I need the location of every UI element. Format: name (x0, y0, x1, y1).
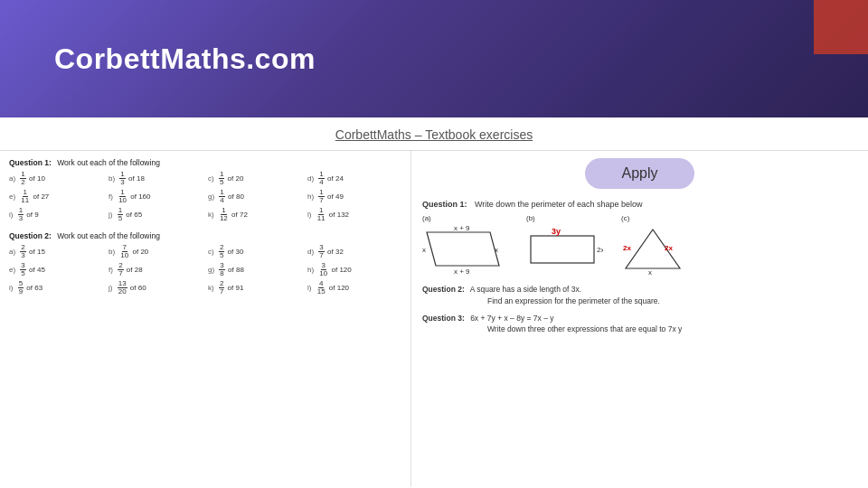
q1-e: e) 111 of 27 (9, 189, 103, 204)
q2-e: e) 35 of 45 (9, 262, 103, 277)
rq2-block: Question 2: A square has a side length o… (422, 284, 857, 307)
page-container: CorbettMaths.com CorbettMaths – Textbook… (0, 0, 868, 488)
q1-row1: a) 12 of 10 b) 13 of 18 c) 15 of 20 (9, 171, 401, 186)
header-decoration (814, 0, 868, 54)
q1-a: a) 12 of 10 (9, 171, 103, 186)
rectangle-svg: 3y 2x (526, 225, 603, 275)
rq1-header: Question 1: Write down the perimeter of … (422, 200, 857, 209)
triangle-svg: 2x 2x x (621, 225, 684, 275)
q2-c: c) 25 of 30 (208, 244, 302, 259)
q1-k: k) 112 of 72 (208, 207, 302, 222)
q1-header: Question 1: Work out each of the followi… (9, 158, 401, 167)
q2-k: k) 27 of 91 (208, 280, 302, 296)
q2-l: l) 415 of 120 (307, 280, 401, 296)
q2-f: f) 27 of 28 (108, 262, 203, 277)
svg-text:3y: 3y (552, 227, 561, 236)
question1-block: Question 1: Work out each of the followi… (9, 158, 401, 222)
q1-row3: i) 13 of 9 j) 15 of 65 k) 112 of 72 (9, 207, 401, 222)
subtitle-bar: CorbettMaths – Textbook exercises (0, 117, 868, 151)
right-panel: Apply Question 1: Write down the perimet… (411, 151, 868, 487)
shape-c-label: (c) (621, 214, 629, 222)
header: CorbettMaths.com (0, 0, 868, 117)
svg-text:x + 9: x + 9 (454, 225, 470, 232)
apply-button[interactable]: Apply (585, 158, 693, 189)
q2-h: h) 310 of 120 (307, 262, 401, 277)
q2-i: i) 59 of 63 (9, 280, 103, 296)
q2-g: g) 38 of 88 (208, 262, 302, 277)
shape-a: (a) x + 9 x x x + 9 (422, 214, 508, 275)
q1-b: b) 13 of 18 (108, 171, 203, 186)
svg-text:x: x (422, 246, 426, 254)
q2-a: a) 23 of 15 (9, 244, 103, 259)
apply-btn-container: Apply (422, 158, 857, 189)
q1-j: j) 15 of 65 (108, 207, 203, 222)
right-questions: Question 1: Write down the perimeter of … (422, 200, 857, 335)
q2-row3: i) 59 of 63 j) 1320 of 60 k) 27 of 91 (9, 280, 401, 296)
q2-b: b) 710 of 20 (108, 244, 203, 259)
q1-i: i) 13 of 9 (9, 207, 103, 222)
svg-text:2x: 2x (597, 246, 603, 254)
q2-header: Question 2: Work out each of the followi… (9, 231, 401, 240)
svg-marker-0 (427, 232, 499, 266)
shape-c: (c) 2x 2x x (621, 214, 684, 275)
subtitle-text: CorbettMaths – Textbook exercises (335, 127, 533, 142)
q2-row1: a) 23 of 15 b) 710 of 20 c) 25 of 30 (9, 244, 401, 259)
left-panel: Question 1: Work out each of the followi… (0, 151, 411, 487)
q1-h: h) 17 of 49 (307, 189, 401, 204)
svg-text:x: x (648, 268, 652, 275)
shape-b: (b) 3y 2x (526, 214, 603, 275)
header-title: CorbettMaths.com (54, 42, 316, 76)
q1-c: c) 15 of 20 (208, 171, 302, 186)
q1-f: f) 110 of 160 (108, 189, 203, 204)
shapes-row: (a) x + 9 x x x + 9 (b) (422, 214, 857, 275)
question2-block: Question 2: Work out each of the followi… (9, 231, 401, 296)
q1-d: d) 14 of 24 (307, 171, 401, 186)
svg-text:2x: 2x (665, 244, 673, 252)
rq3-block: Question 3: 6x + 7y + x – 8y = 7x – y Wr… (422, 313, 857, 336)
q1-g: g) 14 of 80 (208, 189, 302, 204)
q1-l: l) 111 of 132 (307, 207, 401, 222)
shape-a-label: (a) (422, 214, 431, 222)
q1-row2: e) 111 of 27 f) 110 of 160 g) 14 of 80 (9, 189, 401, 204)
svg-rect-5 (531, 236, 594, 263)
q2-row2: e) 35 of 45 f) 27 of 28 g) 38 of 88 (9, 262, 401, 277)
q2-j: j) 1320 of 60 (108, 280, 203, 296)
content-area: Question 1: Work out each of the followi… (0, 151, 868, 487)
shape-b-label: (b) (526, 214, 535, 222)
parallelogram-svg: x + 9 x x x + 9 (422, 225, 508, 275)
svg-text:x: x (495, 246, 498, 254)
q2-d: d) 37 of 32 (307, 244, 401, 259)
svg-text:2x: 2x (623, 244, 631, 252)
svg-text:x + 9: x + 9 (454, 267, 470, 275)
